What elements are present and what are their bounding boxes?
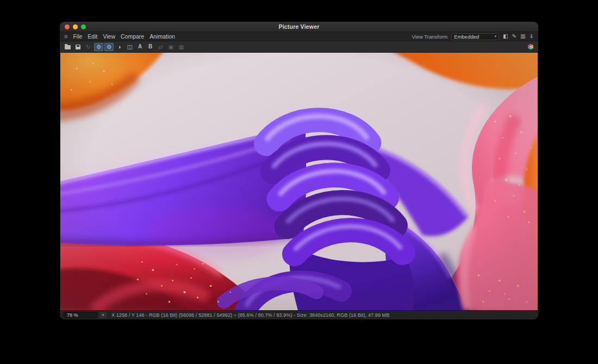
traffic-lights <box>65 24 86 29</box>
save-icon <box>76 45 80 49</box>
split-view-icon[interactable]: ◧ <box>503 34 508 39</box>
refresh-icon: ↻ <box>86 44 91 50</box>
contrast-icon: ◑ <box>117 44 121 50</box>
chevron-down-icon: ▾ <box>495 34 497 39</box>
pixel-info-text: X 1258 / Y 146 - RGB (16 Bit) (56096 / 5… <box>111 312 389 318</box>
toolbar: ↻ ⚙ ⚙ ◑ ◫ A B ⇄ ▣ ▦ <box>60 41 538 53</box>
menu-compare[interactable]: Compare <box>121 34 144 40</box>
menu-view[interactable]: View <box>103 34 115 40</box>
menu-animation[interactable]: Animation <box>149 34 175 40</box>
grid-view-button[interactable]: ▣ <box>166 43 176 51</box>
gear-icon: ⚙ <box>107 44 111 50</box>
rendered-image <box>60 53 538 310</box>
desktop-background: Picture Viewer ≡ File Edit View Compare … <box>0 0 598 364</box>
zoom-dropdown-button[interactable]: ▾ <box>99 312 107 318</box>
menubar: ≡ File Edit View Compare Animation View … <box>60 32 538 41</box>
window-title: Picture Viewer <box>60 23 538 30</box>
color-profile-button[interactable] <box>526 43 535 51</box>
download-icon[interactable]: ⇓ <box>530 34 534 39</box>
image-viewport[interactable] <box>60 53 538 310</box>
view-transform-select[interactable]: Embedded ▾ <box>451 33 499 40</box>
maximize-button[interactable] <box>81 24 86 29</box>
mirror-icon: ◫ <box>127 44 133 50</box>
picture-viewer-window: Picture Viewer ≡ File Edit View Compare … <box>60 22 538 319</box>
statusbar: 78 % ▾ X 1258 / Y 146 - RGB (16 Bit) (56… <box>60 310 538 319</box>
layers-icon[interactable]: ▥ <box>520 34 525 39</box>
menu-file[interactable]: File <box>73 34 82 40</box>
reload-button[interactable]: ↻ <box>84 43 93 51</box>
folder-icon <box>65 45 71 49</box>
swap-icon: ⇄ <box>158 44 163 50</box>
color-profile-icon <box>527 43 534 50</box>
edit-icon[interactable]: ✎ <box>512 34 516 39</box>
gear-icon: ⚙ <box>96 44 101 50</box>
display-settings-button[interactable]: ⚙ <box>94 43 103 51</box>
grid-icon: ▣ <box>169 44 174 50</box>
menubar-right-group: View Transform Embedded ▾ ◧ ✎ ▥ ⇓ <box>412 33 534 40</box>
swap-ab-button[interactable]: ⇄ <box>156 43 165 51</box>
filter-settings-button[interactable]: ⚙ <box>104 43 114 51</box>
save-image-button[interactable] <box>73 43 83 51</box>
minimize-button[interactable] <box>73 24 78 29</box>
version-b-button[interactable]: B <box>146 43 155 51</box>
zoom-level-field[interactable]: 78 % <box>64 312 97 318</box>
panel-view-button[interactable]: ▦ <box>177 43 186 51</box>
contrast-button[interactable]: ◑ <box>115 43 124 51</box>
open-file-button[interactable] <box>63 43 72 51</box>
zoom-chevron-down-icon: ▾ <box>102 313 104 317</box>
view-transform-label: View Transform <box>412 34 447 40</box>
hamburger-menu-icon[interactable]: ≡ <box>64 34 67 40</box>
view-transform-value: Embedded <box>454 34 479 40</box>
titlebar[interactable]: Picture Viewer <box>60 22 538 32</box>
mirror-button[interactable]: ◫ <box>125 43 134 51</box>
version-a-button[interactable]: A <box>135 43 145 51</box>
panel-icon: ▦ <box>179 44 184 50</box>
menu-edit[interactable]: Edit <box>88 34 97 40</box>
zoom-level-value: 78 % <box>67 312 78 318</box>
close-button[interactable] <box>65 24 70 29</box>
